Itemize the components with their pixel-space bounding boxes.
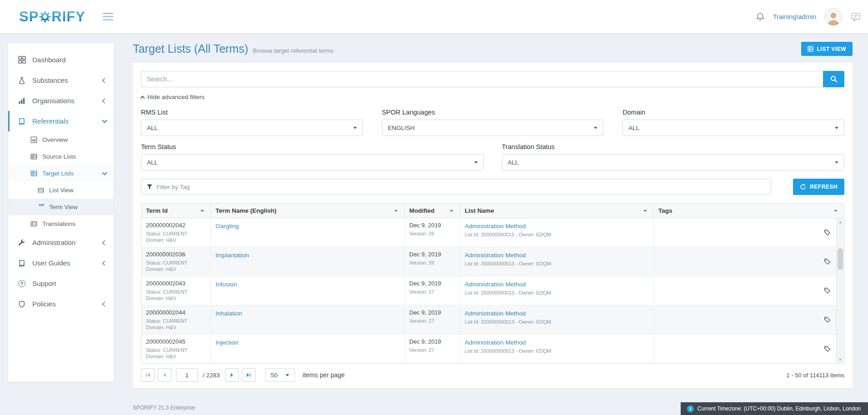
pagination-summary: 1 - 50 of 114113 items bbox=[787, 372, 844, 379]
wrench-icon bbox=[17, 239, 26, 246]
term-name-link[interactable]: Infusion bbox=[216, 281, 237, 288]
chevron-down-icon bbox=[835, 161, 838, 164]
search-input[interactable] bbox=[141, 71, 823, 87]
table-row[interactable]: 200000002045 Status: CURRENT Domain: H&V… bbox=[141, 334, 836, 363]
table-row[interactable]: 200000002042 Status: CURRENT Domain: H&V… bbox=[141, 218, 836, 247]
last-page-button[interactable] bbox=[242, 368, 256, 382]
chevron-down-icon bbox=[102, 170, 107, 175]
rms-list-select[interactable]: ALL bbox=[141, 120, 363, 136]
user-menu[interactable]: Training\admin bbox=[773, 13, 816, 20]
cell-modified: Dec 9, 2019 Version: 26 bbox=[404, 218, 460, 247]
sidebar-label: Dashboard bbox=[32, 56, 65, 64]
sidebar-label: Overview bbox=[42, 136, 68, 143]
list-name-link[interactable]: Administration Method bbox=[465, 223, 526, 230]
term-name-link[interactable]: Inhalation bbox=[216, 310, 242, 317]
chevron-down-icon bbox=[594, 127, 597, 129]
column-menu-icon[interactable] bbox=[448, 207, 455, 215]
notifications-bell-icon[interactable] bbox=[756, 12, 765, 21]
sidebar-item-target-lists[interactable]: Target Lists bbox=[8, 165, 114, 182]
cell-term-name: Inhalation bbox=[211, 305, 404, 334]
table-row[interactable]: 200000002044 Status: CURRENT Domain: H&V… bbox=[141, 305, 836, 334]
refresh-icon bbox=[800, 184, 806, 190]
first-page-button[interactable] bbox=[141, 368, 155, 382]
refresh-button[interactable]: REFRESH bbox=[793, 179, 844, 195]
table-row[interactable]: 200000002036 Status: CURRENT Domain: H&V… bbox=[141, 247, 836, 276]
sidebar-item-list-view[interactable]: List View bbox=[8, 182, 114, 199]
term-name-link[interactable]: Implantation bbox=[216, 252, 249, 259]
sidebar-item-substances[interactable]: Substances bbox=[8, 70, 114, 90]
spor-languages-label: SPOR Languages bbox=[382, 109, 604, 116]
cell-modified: Dec 9, 2019 Version: 27 bbox=[404, 335, 460, 363]
book-icon bbox=[17, 260, 26, 267]
page-number-input[interactable] bbox=[176, 368, 198, 382]
tag-icon[interactable] bbox=[824, 287, 831, 294]
sidebar-item-organisations[interactable]: Organisations bbox=[8, 90, 114, 111]
tag-filter-input[interactable] bbox=[156, 184, 766, 190]
list-view-button[interactable]: LIST VIEW bbox=[801, 42, 853, 56]
scroll-down-icon[interactable] bbox=[837, 356, 844, 363]
tag-icon[interactable] bbox=[824, 229, 831, 236]
translation-status-value: ALL bbox=[508, 159, 519, 166]
column-menu-icon[interactable] bbox=[392, 207, 400, 215]
tag-icon[interactable] bbox=[824, 258, 831, 265]
menu-toggle-icon[interactable] bbox=[103, 13, 113, 20]
scroll-up-icon[interactable] bbox=[837, 218, 844, 225]
avatar[interactable] bbox=[824, 8, 843, 26]
term-name-link[interactable]: Gargling bbox=[216, 223, 239, 230]
tag-icon[interactable] bbox=[824, 316, 831, 323]
sidebar-item-source-lists[interactable]: Source Lists bbox=[8, 148, 114, 165]
column-menu-icon[interactable] bbox=[199, 207, 206, 215]
table-row[interactable]: 200000002043 Status: CURRENT Domain: H&V… bbox=[141, 276, 836, 305]
logo-text-left: SP bbox=[19, 9, 39, 25]
sidebar-item-overview[interactable]: Overview bbox=[8, 131, 114, 148]
chart-box-icon bbox=[30, 136, 38, 143]
sidebar-item-referentials[interactable]: Referentials bbox=[8, 111, 114, 131]
terms-table: Term Id Term Name (English) Modified Lis… bbox=[141, 203, 844, 364]
cell-term-name: Infusion bbox=[211, 276, 404, 305]
translation-status-select[interactable]: ALL bbox=[502, 154, 845, 170]
column-header-term-name: Term Name (English) bbox=[211, 204, 404, 218]
spor-languages-select[interactable]: ENGLISH bbox=[382, 120, 604, 136]
previous-page-button[interactable] bbox=[158, 368, 171, 382]
cell-list-name: Administration Method List Id: 200000000… bbox=[460, 305, 653, 334]
domain-select[interactable]: ALL bbox=[622, 120, 844, 136]
sidebar-item-translations[interactable]: Translations bbox=[8, 215, 114, 232]
list-name-link[interactable]: Administration Method bbox=[465, 310, 526, 317]
sidebar-label: Substances bbox=[32, 76, 68, 84]
sidebar-label: Support bbox=[32, 280, 56, 287]
search-button[interactable] bbox=[823, 71, 844, 87]
sidebar-item-user-guides[interactable]: User Guides bbox=[8, 253, 114, 273]
next-page-button[interactable] bbox=[225, 368, 239, 382]
hide-advanced-filters-toggle[interactable]: Hide advanced filters bbox=[141, 94, 205, 100]
sidebar-item-support[interactable]: Support bbox=[8, 273, 114, 294]
sidebar-item-policies[interactable]: Policies bbox=[8, 294, 114, 314]
cell-list-name: Administration Method List Id: 200000000… bbox=[460, 247, 653, 276]
term-status-select[interactable]: ALL bbox=[141, 154, 484, 170]
tag-icon[interactable] bbox=[824, 345, 831, 352]
sidebar-label: Source Lists bbox=[42, 153, 76, 160]
table-scrollbar[interactable] bbox=[836, 218, 844, 363]
cell-term-id: 200000002036 Status: CURRENT Domain: H&V bbox=[141, 247, 211, 276]
scrollbar-thumb[interactable] bbox=[838, 248, 843, 270]
column-menu-icon[interactable] bbox=[642, 207, 649, 215]
list-name-link[interactable]: Administration Method bbox=[465, 281, 526, 288]
sidebar-item-administration[interactable]: Administration bbox=[8, 232, 114, 253]
chevron-up-icon bbox=[140, 96, 145, 100]
question-icon bbox=[17, 280, 26, 287]
list-name-link[interactable]: Administration Method bbox=[465, 252, 526, 259]
sidebar-item-dashboard[interactable]: Dashboard bbox=[8, 50, 114, 70]
hide-advanced-filters-label: Hide advanced filters bbox=[147, 94, 205, 100]
column-header-modified: Modified bbox=[404, 204, 460, 218]
chat-icon[interactable] bbox=[851, 12, 861, 22]
cell-tags bbox=[653, 218, 836, 247]
cell-term-id: 200000002043 Status: CURRENT Domain: H&V bbox=[141, 276, 211, 305]
chevron-left-icon bbox=[102, 260, 107, 265]
list-name-link[interactable]: Administration Method bbox=[465, 339, 526, 346]
translation-icon bbox=[30, 220, 38, 227]
page-size-select[interactable]: 50 bbox=[265, 368, 295, 382]
term-name-link[interactable]: Injection bbox=[216, 339, 238, 346]
cell-tags bbox=[653, 247, 836, 276]
sidebar-item-term-view[interactable]: Term View bbox=[8, 199, 114, 215]
flask-icon bbox=[17, 77, 26, 84]
column-menu-icon[interactable] bbox=[832, 207, 839, 215]
